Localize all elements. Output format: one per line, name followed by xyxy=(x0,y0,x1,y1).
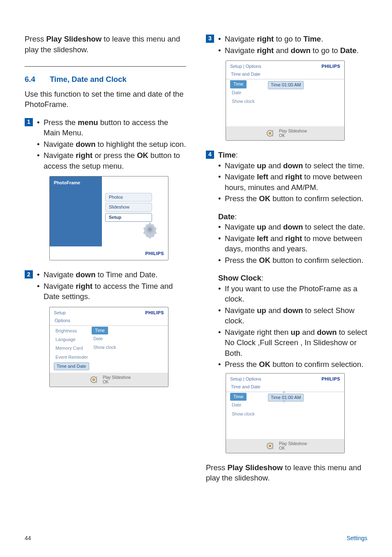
joystick-icon xyxy=(87,374,100,385)
setup-item: Memory Card xyxy=(54,344,90,353)
device-menu-slideshow: Slideshow xyxy=(105,203,152,211)
svg-point-12 xyxy=(272,443,273,443)
footer-section-link: Settings xyxy=(346,534,367,542)
device-footer: Play Slideshow OK xyxy=(226,439,344,453)
time-bullet2: Navigate left and right to move between … xyxy=(218,172,367,193)
section-heading: 6.4 Time, Date and Clock xyxy=(25,74,186,85)
setup-item: Event Reminder xyxy=(54,353,90,362)
page-footer: 44 Settings xyxy=(25,534,367,542)
joystick-icon xyxy=(263,128,277,139)
step-2: 2 Navigate down to Time and Date. Naviga… xyxy=(25,269,186,303)
step3-bullet2: Navigate right and down to go to Date. xyxy=(218,45,367,56)
clock-subhead: Show Clock xyxy=(218,274,261,282)
step-badge-3: 3 xyxy=(206,35,214,43)
step-badge-2: 2 xyxy=(25,270,33,278)
td-item-selected: Time xyxy=(230,393,247,401)
time-bullet3: Press the OK button to confirm selection… xyxy=(218,193,367,204)
joystick-icon xyxy=(263,441,277,451)
step3-bullet1: Navigate right to go to Time. xyxy=(218,34,367,44)
device-footer-label: Play Slideshow xyxy=(279,441,307,446)
td-item: Show clock xyxy=(230,410,266,418)
setup-item: Language xyxy=(54,335,90,344)
section-number: 6.4 xyxy=(25,74,48,85)
device-subtitle: Options xyxy=(50,316,168,326)
td-item-selected: Time xyxy=(230,80,247,88)
step2-bullet2: Navigate right to access the Time and Da… xyxy=(37,281,186,302)
device-footer-label: Play Slideshow xyxy=(103,375,131,380)
step-badge-1: 1 xyxy=(25,118,33,126)
section-divider xyxy=(25,66,186,67)
setup-mid: Show clock xyxy=(92,343,129,352)
svg-point-4 xyxy=(96,376,97,377)
td-item: Date xyxy=(230,88,266,97)
svg-point-1 xyxy=(148,228,152,232)
step-3: 3 Navigate right to go to Time. Navigate… xyxy=(206,34,367,56)
step1-bullet2: Navigate down to highlight the setup ico… xyxy=(37,139,186,150)
svg-point-7 xyxy=(269,132,271,135)
step-1: 1 Press the menu button to access the Ma… xyxy=(25,117,186,172)
chevron-down-icon: ▼ xyxy=(282,399,286,404)
date-bullet1: Navigate up and down to select the date. xyxy=(218,222,367,232)
gear-icon xyxy=(141,220,159,239)
device-footer: Play Slideshow OK xyxy=(226,126,344,140)
td-item: Date xyxy=(230,401,266,409)
clock-bullet2: Navigate up and down to select Show cloc… xyxy=(218,305,367,326)
section-title: Time, Date and Clock xyxy=(50,75,127,84)
setup-item-selected: Time and Date xyxy=(54,362,89,370)
outro-leave-menu: Press Play Slideshow to leave this menu … xyxy=(206,462,367,483)
device-menu-photos: Photos xyxy=(105,193,152,202)
device-footer: Play Slideshow OK xyxy=(50,373,168,387)
brand-logo: PHILIPS xyxy=(321,376,340,382)
date-bullet2: Navigate left and right to move between … xyxy=(218,233,367,254)
time-subhead: Time xyxy=(218,151,236,159)
step1-bullet3: Navigate right or press the OK button to… xyxy=(37,150,186,171)
clock-bullet3: Navigate right then up and down to selec… xyxy=(218,327,367,359)
device-footer-label: Play Slideshow xyxy=(279,129,307,133)
section-intro: Use this function to set the time and da… xyxy=(25,89,186,110)
device-footer-label: OK xyxy=(279,446,307,450)
device-footer-label: OK xyxy=(103,380,131,384)
chevron-up-icon: ▲ xyxy=(282,390,286,394)
svg-point-11 xyxy=(269,445,271,447)
td-value: Time 01:00 AM xyxy=(268,81,304,89)
device-subtitle: Time and Date xyxy=(226,70,344,79)
page-number: 44 xyxy=(25,534,31,542)
svg-point-13 xyxy=(272,448,273,449)
step-badge-4: 4 xyxy=(206,151,214,159)
step-4: 4 Time: Navigate up and down to select t… xyxy=(206,150,367,371)
setup-item: Brightness xyxy=(54,327,90,335)
td-item: Show clock xyxy=(230,97,266,106)
date-subhead: Date xyxy=(218,212,235,221)
svg-point-5 xyxy=(96,382,97,383)
device-footer-label: OK xyxy=(279,133,307,138)
time-bullet1: Navigate up and down to select the time. xyxy=(218,160,367,171)
screenshot-setup: Setup PHILIPS Options Brightness Languag… xyxy=(49,307,168,387)
setup-mid: Date xyxy=(92,334,129,343)
svg-point-3 xyxy=(92,378,95,381)
brand-logo: PHILIPS xyxy=(145,310,164,316)
screenshot-timedate-edit: Setup | Options PHILIPS Time and Date Ti… xyxy=(226,373,345,453)
screenshot-timedate: Setup | Options PHILIPS Time and Date Ti… xyxy=(226,60,345,141)
brand-logo: PHILIPS xyxy=(145,251,164,257)
brand-logo: PHILIPS xyxy=(321,63,340,70)
clock-bullet1: If you want to use the PhotoFrame as a c… xyxy=(218,283,367,304)
step1-bullet1: Press the menu button to access the Main… xyxy=(37,117,186,138)
device-title: PhotoFrame xyxy=(54,180,98,186)
setup-mid-selected: Time xyxy=(92,327,108,334)
svg-point-8 xyxy=(272,130,273,131)
intro-leave-menu: Press Play Slideshow to leave this menu … xyxy=(25,34,186,55)
step2-bullet1: Navigate down to Time and Date. xyxy=(37,269,186,280)
screenshot-main-menu: PhotoFrame Photos Slideshow Setup PHILIP… xyxy=(49,176,168,260)
date-bullet3: Press the OK button to confirm selection… xyxy=(218,255,367,266)
svg-point-9 xyxy=(272,135,273,136)
clock-bullet4: Press the OK button to confirm selection… xyxy=(218,359,367,370)
